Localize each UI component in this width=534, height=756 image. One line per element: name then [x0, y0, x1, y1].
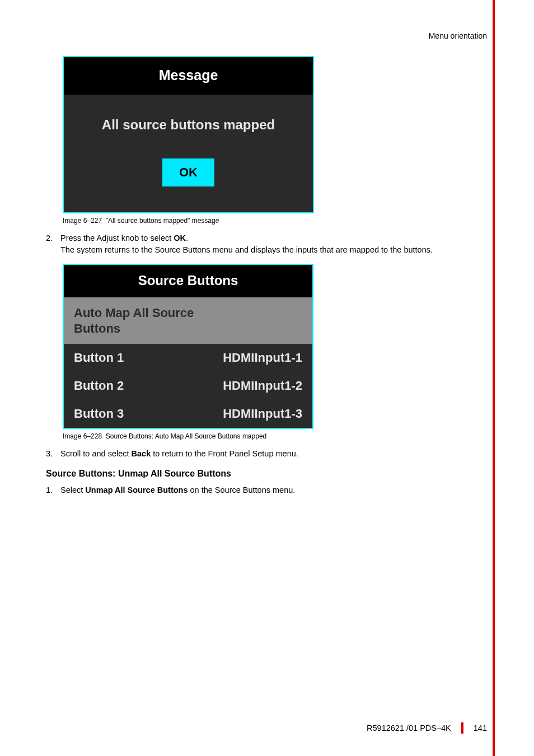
figure-source-buttons: Source Buttons Auto Map All SourceButton…: [63, 264, 495, 429]
list-item: 3. Scroll to and select Back to return t…: [46, 448, 495, 460]
menu-item-label: Button 3: [74, 407, 124, 421]
body-text: .: [186, 234, 188, 242]
body-text: Scroll to and select: [60, 449, 132, 458]
list-item: 1. Select Unmap All Source Buttons on th…: [46, 484, 495, 496]
figure-message-dialog: Message All source buttons mapped OK: [63, 56, 495, 213]
menu-item-label: Auto Map All SourceButtons: [74, 305, 194, 336]
list-item: 2. Press the Adjust knob to select OK. T…: [46, 232, 495, 256]
side-red-bar: [493, 0, 495, 756]
menu-item-auto-map[interactable]: Auto Map All SourceButtons: [64, 297, 312, 344]
section-heading: Source Buttons: Unmap All Source Buttons: [46, 469, 495, 479]
menu-item-value: HDMIInput1-1: [223, 351, 302, 365]
figure-caption-2: Image 6–228 Source Buttons: Auto Map All…: [63, 432, 495, 440]
ok-button[interactable]: OK: [162, 158, 214, 186]
menu-item-value: HDMIInput1-3: [223, 407, 302, 421]
menu-item-label: Button 1: [74, 351, 124, 365]
dialog-title: Source Buttons: [64, 265, 312, 297]
page-footer: R5912621 /01 PDS–4K 141: [367, 722, 487, 734]
body-text-bold: OK: [174, 234, 186, 242]
menu-item-value: HDMIInput1-2: [223, 379, 302, 393]
footer-doc-id: R5912621 /01 PDS–4K: [367, 724, 451, 732]
body-text: The system returns to the Source Buttons…: [60, 245, 433, 254]
menu-item-button3[interactable]: Button 3 HDMIInput1-3: [64, 400, 312, 428]
body-text: Press the Adjust knob to select: [60, 234, 174, 242]
header-section: Menu orientation: [46, 31, 495, 40]
body-text: on the Source Buttons menu.: [188, 486, 295, 494]
footer-separator: [461, 722, 463, 734]
body-text-bold: Back: [132, 449, 151, 458]
list-number: 2.: [46, 232, 60, 256]
footer-page-number: 141: [474, 724, 487, 732]
dialog-title: Message: [64, 57, 313, 95]
dialog-message: All source buttons mapped: [64, 117, 313, 133]
menu-item-button2[interactable]: Button 2 HDMIInput1-2: [64, 372, 312, 400]
figure-caption-1: Image 6–227 "All source buttons mapped" …: [63, 217, 495, 225]
body-text-bold: Unmap All Source Buttons: [85, 486, 188, 494]
list-number: 1.: [46, 484, 60, 496]
caption-text: Source Buttons: Auto Map All Source Butt…: [106, 432, 267, 440]
caption-prefix: Image 6–228: [63, 432, 102, 440]
body-text: Select: [60, 486, 85, 494]
menu-item-button1[interactable]: Button 1 HDMIInput1-1: [64, 344, 312, 372]
caption-prefix: Image 6–227: [63, 217, 102, 225]
caption-text: "All source buttons mapped" message: [106, 217, 219, 225]
list-number: 3.: [46, 448, 60, 460]
menu-item-label: Button 2: [74, 379, 124, 393]
body-text: to return to the Front Panel Setup menu.: [151, 449, 298, 458]
